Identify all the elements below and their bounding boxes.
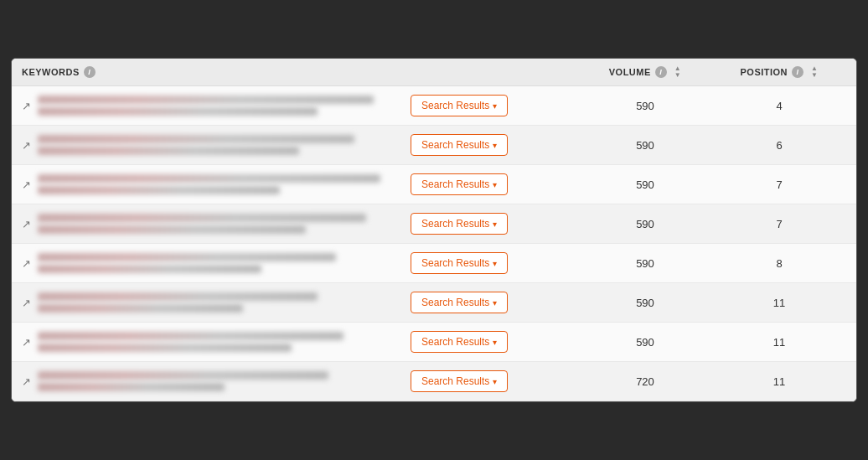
table-row: ↗ Search Results ▾ 590 8 xyxy=(12,244,856,283)
external-link-icon[interactable]: ↗ xyxy=(22,218,31,230)
intent-cell: Search Results ▾ xyxy=(411,173,578,195)
intent-button[interactable]: Search Results ▾ xyxy=(411,331,508,353)
chevron-down-icon: ▾ xyxy=(493,377,497,386)
keyword-line-1 xyxy=(38,253,336,261)
position-cell: 11 xyxy=(712,375,846,388)
keywords-label: KEYWORDS xyxy=(22,67,80,77)
keyword-line-1 xyxy=(38,292,318,301)
volume-label: VOLUME xyxy=(609,67,651,77)
chevron-down-icon: ▾ xyxy=(493,220,497,229)
external-link-icon[interactable]: ↗ xyxy=(22,336,31,349)
intent-cell: Search Results ▾ xyxy=(411,134,578,156)
volume-cell: 590 xyxy=(578,257,712,270)
chevron-down-icon: ▾ xyxy=(493,259,497,268)
intent-cell: Search Results ▾ xyxy=(411,292,578,313)
keyword-text-block xyxy=(38,174,411,194)
keyword-line-2 xyxy=(38,383,225,391)
volume-cell: 590 xyxy=(578,178,712,191)
position-cell: 7 xyxy=(712,178,846,191)
keywords-info-icon[interactable]: i xyxy=(84,66,96,78)
position-sort[interactable]: ▲ ▼ xyxy=(811,65,818,79)
external-link-icon[interactable]: ↗ xyxy=(22,178,31,191)
table-row: ↗ Search Results ▾ 720 11 xyxy=(12,362,856,401)
keyword-cell: ↗ xyxy=(22,292,411,313)
volume-cell: 590 xyxy=(578,100,712,112)
keyword-text-block xyxy=(38,135,411,155)
table-row: ↗ Search Results ▾ 590 6 xyxy=(12,126,856,165)
intent-button[interactable]: Search Results ▾ xyxy=(411,370,508,392)
keyword-cell: ↗ xyxy=(22,174,411,194)
table-row: ↗ Search Results ▾ 590 4 xyxy=(12,86,856,126)
table-body: ↗ Search Results ▾ 590 4 ↗ xyxy=(12,86,856,401)
position-cell: 4 xyxy=(712,100,846,112)
volume-header: VOLUME i ▲ ▼ xyxy=(578,65,712,79)
keyword-text-block xyxy=(38,292,411,313)
intent-button[interactable]: Search Results ▾ xyxy=(411,292,508,313)
external-link-icon[interactable]: ↗ xyxy=(22,100,31,112)
intent-button[interactable]: Search Results ▾ xyxy=(411,213,508,235)
position-cell: 6 xyxy=(712,139,846,152)
keyword-line-2 xyxy=(38,186,280,194)
intent-cell: Search Results ▾ xyxy=(411,331,578,353)
intent-button[interactable]: Search Results ▾ xyxy=(411,252,508,274)
volume-cell: 590 xyxy=(578,218,712,230)
keyword-line-2 xyxy=(38,225,306,234)
external-link-icon[interactable]: ↗ xyxy=(22,139,31,152)
keyword-line-2 xyxy=(38,344,292,352)
position-info-icon[interactable]: i xyxy=(792,66,803,78)
intent-cell: Search Results ▾ xyxy=(411,370,578,392)
volume-cell: 590 xyxy=(578,297,712,309)
position-cell: 11 xyxy=(712,297,846,309)
table-row: ↗ Search Results ▾ 590 11 xyxy=(12,323,856,362)
keyword-text-block xyxy=(38,214,411,234)
external-link-icon[interactable]: ↗ xyxy=(22,257,31,270)
volume-cell: 720 xyxy=(578,375,712,388)
volume-cell: 590 xyxy=(578,336,712,349)
volume-sort[interactable]: ▲ ▼ xyxy=(674,65,681,79)
chevron-down-icon: ▾ xyxy=(493,180,497,189)
table-row: ↗ Search Results ▾ 590 7 xyxy=(12,165,856,204)
chevron-down-icon: ▾ xyxy=(493,298,497,308)
keywords-header: KEYWORDS i xyxy=(22,66,411,78)
keyword-text-block xyxy=(38,253,411,273)
intent-cell: Search Results ▾ xyxy=(411,213,578,235)
keyword-line-2 xyxy=(38,147,299,155)
keyword-line-1 xyxy=(38,96,374,104)
keyword-text-block xyxy=(38,332,411,352)
position-cell: 7 xyxy=(712,218,846,230)
keyword-cell: ↗ xyxy=(22,332,411,352)
keyword-cell: ↗ xyxy=(22,214,411,234)
intent-cell: Search Results ▾ xyxy=(411,95,578,116)
volume-cell: 590 xyxy=(578,139,712,152)
keyword-line-1 xyxy=(38,332,344,340)
intent-button[interactable]: Search Results ▾ xyxy=(411,95,508,116)
keyword-line-1 xyxy=(38,174,380,183)
position-label: POSITION xyxy=(741,67,788,77)
intent-button[interactable]: Search Results ▾ xyxy=(411,134,508,156)
main-table: KEYWORDS i VOLUME i ▲ ▼ POSITION i ▲ ▼ ↗ xyxy=(11,58,857,402)
keyword-cell: ↗ xyxy=(22,253,411,273)
chevron-down-icon: ▾ xyxy=(493,141,497,150)
volume-info-icon[interactable]: i xyxy=(655,66,667,78)
keyword-cell: ↗ xyxy=(22,135,411,155)
intent-cell: Search Results ▾ xyxy=(411,252,578,274)
keyword-text-block xyxy=(38,371,411,391)
external-link-icon[interactable]: ↗ xyxy=(22,375,31,388)
keyword-text-block xyxy=(38,96,411,116)
table-row: ↗ Search Results ▾ 590 7 xyxy=(12,204,856,244)
position-header: POSITION i ▲ ▼ xyxy=(712,65,846,79)
keyword-cell: ↗ xyxy=(22,371,411,391)
keyword-line-1 xyxy=(38,135,354,143)
keyword-line-1 xyxy=(38,214,366,222)
keyword-line-2 xyxy=(38,265,261,273)
table-header: KEYWORDS i VOLUME i ▲ ▼ POSITION i ▲ ▼ xyxy=(12,59,856,86)
position-cell: 8 xyxy=(712,257,846,270)
keyword-cell: ↗ xyxy=(22,96,411,116)
table-row: ↗ Search Results ▾ 590 11 xyxy=(12,283,856,323)
position-cell: 11 xyxy=(712,336,846,349)
intent-button[interactable]: Search Results ▾ xyxy=(411,173,508,195)
keyword-line-2 xyxy=(38,304,243,313)
external-link-icon[interactable]: ↗ xyxy=(22,297,31,309)
keyword-line-2 xyxy=(38,107,318,116)
chevron-down-icon: ▾ xyxy=(493,101,497,111)
